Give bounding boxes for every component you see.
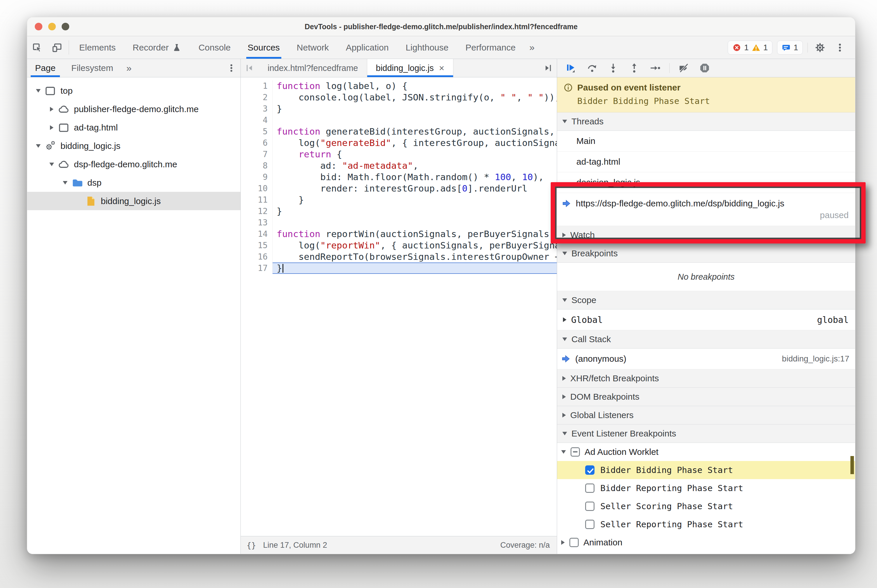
code-line-6[interactable]: 6 log("generateBid", { interestGroup, au… — [241, 137, 557, 148]
navigator-kebab-icon[interactable] — [226, 63, 236, 73]
elb-item-seller-reporting-phase-start[interactable]: Seller Reporting Phase Start — [557, 515, 855, 533]
call-stack-section-header[interactable]: Call Stack — [557, 330, 855, 349]
line-number[interactable]: 12 — [241, 206, 272, 217]
elb-item-bidder-reporting-phase-start[interactable]: Bidder Reporting Phase Start — [557, 479, 855, 497]
checkbox[interactable] — [585, 465, 594, 475]
scope-global-row[interactable]: Global global — [557, 309, 855, 330]
line-number[interactable]: 4 — [241, 114, 272, 126]
settings-gear-icon[interactable] — [812, 42, 827, 53]
line-number[interactable]: 14 — [241, 228, 272, 240]
code-line-8[interactable]: 8 ad: "ad-metadata", — [241, 160, 557, 171]
elb-group-canvas[interactable]: Canvas — [557, 552, 855, 554]
tab-elements[interactable]: Elements — [71, 36, 124, 58]
deactivate-breakpoints-icon[interactable] — [678, 63, 689, 73]
breakpoints-section-header[interactable]: Breakpoints — [557, 244, 855, 263]
code-line-12[interactable]: 12} — [241, 206, 557, 217]
tree-item-ad-tag-html[interactable]: ad-tag.html — [27, 118, 241, 136]
inspect-element-icon[interactable] — [27, 36, 47, 58]
tab-performance[interactable]: Performance — [457, 36, 524, 58]
minimize-window-button[interactable] — [48, 23, 56, 30]
line-number[interactable]: 7 — [241, 148, 272, 160]
step-into-icon[interactable] — [608, 63, 618, 73]
tab-sources[interactable]: Sources — [239, 36, 288, 58]
messages-badge[interactable]: 1 — [777, 40, 803, 55]
event-listener-breakpoints-section-header[interactable]: Event Listener Breakpoints — [557, 424, 855, 443]
pretty-print-icon[interactable]: {} — [247, 541, 256, 550]
zoom-window-button[interactable] — [62, 23, 69, 30]
tree-item-dsp-fledge-demo-glitch-me[interactable]: dsp-fledge-demo.glitch.me — [27, 155, 241, 173]
threads-section-header[interactable]: Threads — [557, 112, 855, 131]
tabs-scroll-right-icon[interactable] — [539, 63, 557, 73]
code-line-7[interactable]: 7 return { — [241, 148, 557, 160]
line-number[interactable]: 2 — [241, 92, 272, 103]
tab-application[interactable]: Application — [337, 36, 397, 58]
code-editor[interactable]: 1function log(label, o) {2 console.log(l… — [241, 77, 557, 536]
editor-tab-index-html-fencedframe[interactable]: index.html?fencedframe — [259, 59, 367, 77]
tree-item-publisher-fledge-demo-glitch-me[interactable]: publisher-fledge-demo.glitch.me — [27, 100, 241, 118]
tab-console[interactable]: Console — [190, 36, 239, 58]
code-line-2[interactable]: 2 console.log(label, JSON.stringify(o, "… — [241, 92, 557, 103]
line-number[interactable]: 17 — [241, 262, 272, 274]
tree-item-top[interactable]: top — [27, 81, 241, 100]
elb-group-animation[interactable]: Animation — [557, 533, 855, 552]
line-number[interactable]: 16 — [241, 251, 272, 262]
thread-item[interactable]: Main — [557, 131, 855, 152]
line-number[interactable]: 1 — [241, 80, 272, 92]
code-line-16[interactable]: 16 sendReportTo(browserSignals.interestG… — [241, 251, 557, 262]
tree-item-bidding-logic-js[interactable]: bidding_logic.js — [27, 192, 241, 210]
tree-item-bidding-logic-js[interactable]: bidding_logic.js — [27, 136, 241, 155]
global-listeners-section-header[interactable]: Global Listeners — [557, 406, 855, 424]
xhr-breakpoints-section-header[interactable]: XHR/fetch Breakpoints — [557, 369, 855, 388]
step-out-icon[interactable] — [629, 63, 639, 73]
code-line-11[interactable]: 11 } — [241, 194, 557, 206]
step-over-icon[interactable] — [587, 63, 597, 73]
checkbox[interactable] — [585, 502, 594, 511]
line-number[interactable]: 13 — [241, 217, 272, 228]
close-window-button[interactable] — [35, 23, 42, 30]
code-line-9[interactable]: 9 bid: Math.floor(Math.random() * 100, 1… — [241, 171, 557, 183]
code-line-14[interactable]: 14function reportWin(auctionSignals, per… — [241, 228, 557, 240]
elb-group-ad-auction-worklet[interactable]: Ad Auction Worklet — [557, 443, 855, 461]
code-line-1[interactable]: 1function log(label, o) { — [241, 80, 557, 92]
line-number[interactable]: 5 — [241, 126, 272, 137]
code-line-13[interactable]: 13 — [241, 217, 557, 228]
line-number[interactable]: 3 — [241, 103, 272, 114]
code-line-3[interactable]: 3} — [241, 103, 557, 114]
more-tabs-chevron[interactable]: » — [524, 36, 540, 58]
navigator-tab-page[interactable]: Page — [27, 59, 63, 77]
line-number[interactable]: 6 — [241, 137, 272, 148]
code-line-10[interactable]: 10 render: interestGroup.ads[0].renderUr… — [241, 183, 557, 194]
navigator-tab-filesystem[interactable]: Filesystem — [63, 59, 121, 77]
tabs-scroll-left-icon[interactable] — [241, 63, 259, 73]
checkbox[interactable] — [569, 538, 579, 547]
code-line-5[interactable]: 5function generateBid(interestGroup, auc… — [241, 126, 557, 137]
line-number[interactable]: 15 — [241, 240, 272, 251]
pause-on-exceptions-icon[interactable] — [699, 63, 710, 73]
call-stack-frame[interactable]: (anonymous) bidding_logic.js:17 — [557, 349, 855, 369]
tab-lighthouse[interactable]: Lighthouse — [397, 36, 457, 58]
thread-item[interactable]: decision_logic.js — [557, 172, 855, 193]
resume-script-icon[interactable] — [566, 63, 576, 73]
checkbox[interactable] — [585, 483, 594, 493]
code-line-4[interactable]: 4 — [241, 114, 557, 126]
code-line-15[interactable]: 15 log("reportWin", { auctionSignals, pe… — [241, 240, 557, 251]
elb-item-bidder-bidding-phase-start[interactable]: Bidder Bidding Phase Start — [557, 461, 855, 479]
elb-item-seller-scoring-phase-start[interactable]: Seller Scoring Phase Start — [557, 497, 855, 515]
scope-section-header[interactable]: Scope — [557, 291, 855, 309]
navigator-more-tabs-chevron[interactable]: » — [121, 63, 137, 74]
step-icon[interactable] — [650, 63, 660, 73]
checkbox[interactable] — [585, 520, 594, 529]
issues-badge[interactable]: 1 1 — [728, 40, 772, 55]
tab-network[interactable]: Network — [288, 36, 337, 58]
line-number[interactable]: 11 — [241, 194, 272, 206]
editor-tab-bidding-logic-js[interactable]: bidding_logic.js× — [367, 59, 453, 77]
line-number[interactable]: 9 — [241, 171, 272, 183]
watch-section-header[interactable]: Watch — [557, 226, 855, 244]
tree-item-dsp[interactable]: dsp — [27, 173, 241, 192]
code-line-17[interactable]: 17} — [241, 262, 557, 274]
line-number[interactable]: 8 — [241, 160, 272, 171]
line-number[interactable]: 10 — [241, 183, 272, 194]
checkbox[interactable] — [570, 447, 580, 457]
tab-recorder[interactable]: Recorder — [124, 36, 190, 58]
dom-breakpoints-section-header[interactable]: DOM Breakpoints — [557, 388, 855, 406]
